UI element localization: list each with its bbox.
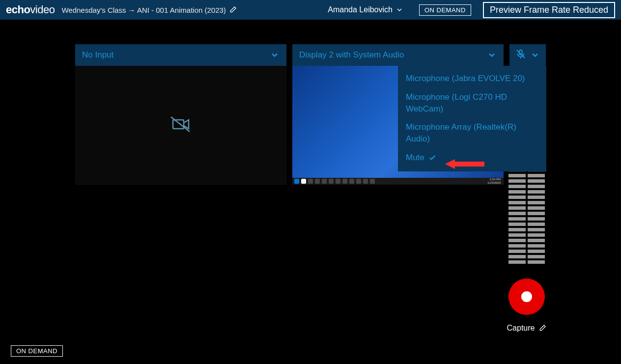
logo-thin: video <box>30 3 55 16</box>
audio-option-realtek[interactable]: Microphone Array (Realtek(R) Audio) <box>406 121 538 145</box>
check-icon <box>428 154 436 162</box>
taskbar-clock: 2:24 PM 11/5/2023 <box>487 178 502 185</box>
meter-bar <box>508 228 545 231</box>
pencil-icon[interactable] <box>229 6 237 14</box>
breadcrumb-text: Wednesday's Class → ANI - 001 Animation … <box>61 6 226 14</box>
meter-bar <box>508 212 545 215</box>
pencil-icon[interactable] <box>538 324 546 332</box>
chevron-down-icon <box>395 6 403 14</box>
meter-bar <box>508 255 545 258</box>
desktop-taskbar: 2:24 PM 11/5/2023 <box>292 178 504 185</box>
logo-bold: echo <box>6 3 30 16</box>
no-camera-icon <box>170 116 192 135</box>
capture-label: Capture <box>507 324 535 333</box>
user-menu[interactable]: Amanda Leibovich <box>328 5 403 14</box>
chevron-down-icon[interactable] <box>270 50 280 60</box>
chevron-down-icon[interactable] <box>487 50 497 60</box>
audio-option-mute-label: Mute <box>406 152 424 164</box>
taskbar-app-icon <box>329 179 334 184</box>
annotation-arrow <box>445 158 484 172</box>
taskbar-date: 11/5/2023 <box>487 181 501 185</box>
audio-source-button[interactable] <box>509 44 546 66</box>
meter-bar <box>508 206 545 210</box>
meter-bar <box>508 190 545 194</box>
meter-bar <box>508 217 545 221</box>
meter-bar <box>508 201 545 204</box>
taskbar-app-icon <box>370 179 375 184</box>
taskbar-start-icon <box>294 179 299 184</box>
panel-no-input-header[interactable]: No Input <box>75 44 286 66</box>
on-demand-badge-footer: ON DEMAND <box>11 345 63 357</box>
logo: echovideo <box>6 3 55 16</box>
taskbar-app-icon <box>336 179 340 184</box>
breadcrumb[interactable]: Wednesday's Class → ANI - 001 Animation … <box>61 6 236 14</box>
audio-source-menu: Microphone (Jabra EVOLVE 20) Microphone … <box>398 66 546 171</box>
svg-rect-0 <box>173 120 184 129</box>
on-demand-badge-header: ON DEMAND <box>419 4 471 16</box>
taskbar-app-icon <box>342 179 347 184</box>
panel-display2-title: Display 2 with System Audio <box>299 50 404 60</box>
panel-display2-header[interactable]: Display 2 with System Audio <box>292 44 504 66</box>
meter-bar <box>508 260 545 264</box>
svg-marker-5 <box>445 159 484 169</box>
meter-bar <box>508 244 545 248</box>
taskbar-app-icon <box>363 179 368 184</box>
taskbar-app-icon <box>315 179 320 184</box>
preview-frame-rate-badge: Preview Frame Rate Reduced <box>483 2 615 18</box>
taskbar-app-icon <box>356 179 361 184</box>
meter-bar <box>508 250 545 253</box>
audio-option-logi[interactable]: Microphone (Logi C270 HD WebCam) <box>406 91 538 115</box>
record-dot-icon <box>521 291 532 302</box>
mic-muted-icon <box>515 49 526 61</box>
meter-bar <box>508 223 545 226</box>
panel-no-input-title: No Input <box>82 50 113 60</box>
user-name: Amanda Leibovich <box>328 5 393 14</box>
taskbar-app-icon <box>308 179 313 184</box>
audio-option-jabra[interactable]: Microphone (Jabra EVOLVE 20) <box>406 73 538 84</box>
taskbar-app-icon <box>349 179 354 184</box>
panel-no-input: No Input <box>75 44 286 185</box>
taskbar-time: 2:24 PM <box>487 178 501 181</box>
record-button[interactable] <box>508 279 545 315</box>
app-header: echovideo Wednesday's Class → ANI - 001 … <box>0 0 621 20</box>
stage: No Input Display 2 with System Audio <box>0 20 621 364</box>
meter-bar <box>508 233 545 237</box>
meter-bar <box>508 196 545 199</box>
capture-label-row[interactable]: Capture <box>508 324 545 333</box>
meter-bar <box>508 185 545 188</box>
taskbar-app-icon <box>322 179 327 184</box>
meter-bar <box>508 239 545 242</box>
meter-bar <box>508 174 545 177</box>
meter-bar <box>508 179 545 183</box>
panel-no-input-body <box>75 66 286 185</box>
taskbar-search-icon <box>301 179 306 184</box>
svg-line-1 <box>171 117 190 132</box>
chevron-down-icon <box>530 50 540 60</box>
